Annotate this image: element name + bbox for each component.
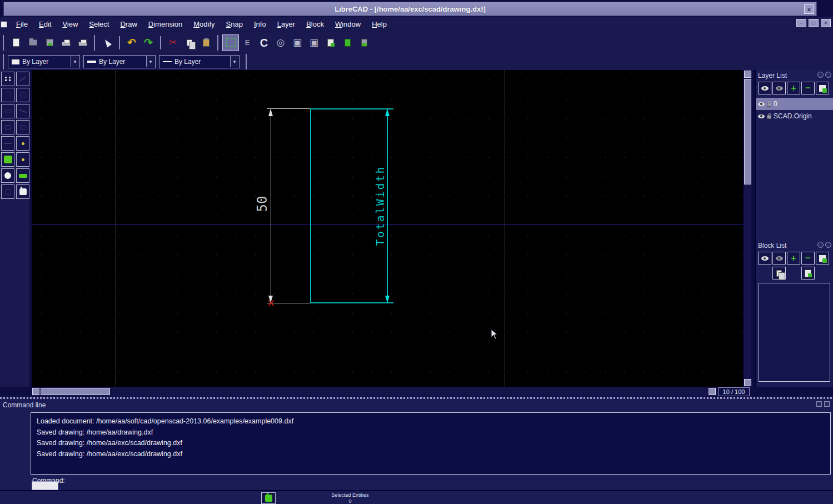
- scroll-up-icon[interactable]: [744, 71, 751, 78]
- width-select[interactable]: By Layer ▾: [83, 55, 156, 68]
- remove-layer-button[interactable]: −: [801, 82, 815, 94]
- chevron-down-icon[interactable]: ▾: [146, 56, 154, 67]
- defreeze-all-blocks-button[interactable]: [758, 252, 771, 265]
- hatch-tool-button[interactable]: [16, 136, 29, 151]
- drawing-canvas[interactable]: 50 TotalWidth: [32, 70, 743, 387]
- layer-lock-icon[interactable]: [767, 115, 771, 119]
- zoom-window-button[interactable]: ▣: [306, 34, 322, 51]
- mdi-child-icon[interactable]: [1, 21, 7, 28]
- undock-icon[interactable]: [817, 72, 824, 78]
- block-list-box[interactable]: [759, 283, 830, 382]
- freeze-all-blocks-button[interactable]: [772, 252, 786, 265]
- spline-tool-button[interactable]: [16, 104, 29, 118]
- vertical-scrollbar[interactable]: [743, 70, 751, 387]
- restore-icon[interactable]: □: [809, 19, 819, 27]
- edit-layer-button[interactable]: [816, 82, 829, 94]
- snap-tool-button[interactable]: [16, 152, 29, 167]
- select-pointer-button[interactable]: [99, 34, 116, 51]
- undo-button[interactable]: ↶: [123, 34, 140, 51]
- close-child-icon[interactable]: ×: [821, 19, 831, 27]
- paste-button[interactable]: [198, 34, 215, 51]
- add-block-button[interactable]: +: [787, 252, 800, 265]
- edit-block-button[interactable]: [816, 252, 829, 265]
- print-preview-button[interactable]: [74, 34, 91, 51]
- menu-draw[interactable]: Draw: [114, 18, 142, 31]
- dimension-tool-button[interactable]: [1, 136, 14, 151]
- save-button[interactable]: [41, 34, 58, 51]
- rect-top-edge[interactable]: [310, 108, 393, 109]
- menu-help[interactable]: Help: [366, 18, 392, 31]
- menu-edit[interactable]: Edit: [33, 18, 57, 31]
- rect-right-edge[interactable]: [387, 108, 388, 303]
- circle-fill-tool-button[interactable]: [1, 168, 14, 183]
- toolbar-handle[interactable]: [3, 35, 5, 51]
- close-panel-icon[interactable]: [825, 242, 831, 248]
- zoom-in-button[interactable]: ◎: [272, 34, 289, 51]
- toolbar-handle[interactable]: [246, 54, 248, 69]
- horizontal-scrollbar[interactable]: [32, 387, 717, 396]
- snap-hand-button[interactable]: [261, 492, 276, 504]
- remove-block-button[interactable]: −: [801, 252, 815, 265]
- close-panel-icon[interactable]: [824, 401, 830, 407]
- block-list-toggle-button[interactable]: [339, 34, 356, 51]
- menu-view[interactable]: View: [57, 18, 83, 31]
- layer-visible-icon[interactable]: [758, 102, 765, 106]
- menu-block[interactable]: Block: [301, 18, 330, 31]
- undock-icon[interactable]: [816, 401, 822, 407]
- toolbar-handle[interactable]: [94, 35, 96, 51]
- insert-block-button[interactable]: [801, 267, 815, 280]
- zoom-redraw-button[interactable]: E: [239, 34, 256, 51]
- text-tool-button[interactable]: [16, 120, 29, 134]
- chevron-down-icon[interactable]: ▾: [230, 56, 238, 67]
- command-input[interactable]: [32, 481, 58, 490]
- circle-tool-button[interactable]: [16, 88, 29, 102]
- defreeze-all-layers-button[interactable]: [758, 82, 771, 94]
- close-icon[interactable]: ×: [804, 4, 814, 14]
- redo-button[interactable]: ↷: [140, 34, 157, 51]
- layer-row-0[interactable]: 0: [756, 98, 833, 110]
- vertical-scroll-thumb[interactable]: [744, 79, 751, 184]
- add-layer-button[interactable]: +: [787, 82, 800, 94]
- layer-list-toggle-button[interactable]: [322, 34, 339, 51]
- scroll-left-icon[interactable]: [32, 388, 39, 395]
- rect-bottom-edge[interactable]: [310, 302, 393, 303]
- block-tool-button[interactable]: [16, 168, 29, 183]
- menu-file[interactable]: File: [11, 18, 33, 31]
- toolbar-handle[interactable]: [3, 54, 5, 69]
- menu-info[interactable]: Info: [248, 18, 272, 31]
- color-select[interactable]: By Layer ▾: [8, 55, 80, 68]
- new-file-button[interactable]: [8, 34, 24, 51]
- point-tool-button[interactable]: [1, 72, 14, 86]
- horizontal-scroll-thumb[interactable]: [41, 388, 110, 395]
- modify-tool-button[interactable]: [1, 184, 14, 199]
- menu-window[interactable]: Window: [330, 18, 366, 31]
- title-bar[interactable]: LibreCAD - [/home/aa/exc/scad/drawing.dx…: [3, 2, 817, 16]
- zoom-previous-button[interactable]: ▣: [289, 34, 306, 51]
- line-tool-button[interactable]: [16, 72, 29, 86]
- command-history[interactable]: Loaded document: /home/aa/soft/cad/opens…: [31, 412, 831, 475]
- minimize-icon[interactable]: −: [796, 19, 806, 27]
- menu-select[interactable]: Select: [83, 18, 114, 31]
- library-toggle-button[interactable]: [356, 34, 372, 51]
- menu-dimension[interactable]: Dimension: [143, 18, 188, 31]
- toolbar-handle[interactable]: [217, 35, 220, 51]
- rect-left-edge[interactable]: [310, 108, 311, 303]
- save-block-button[interactable]: [772, 267, 786, 280]
- copy-button[interactable]: [181, 34, 198, 51]
- zoom-auto-button[interactable]: C: [256, 34, 272, 51]
- open-file-button[interactable]: [24, 34, 41, 51]
- layer-row-scad-origin[interactable]: SCAD.Origin: [756, 110, 833, 122]
- close-panel-icon[interactable]: [825, 72, 831, 78]
- scroll-right-icon[interactable]: [709, 388, 716, 395]
- layer-lock-icon[interactable]: [767, 103, 771, 107]
- print-button[interactable]: [58, 34, 74, 51]
- layer-visible-icon[interactable]: [758, 114, 765, 118]
- polygon-tool-button[interactable]: [1, 152, 14, 167]
- menu-snap[interactable]: Snap: [221, 18, 248, 31]
- arc-tool-button[interactable]: [1, 88, 14, 102]
- undock-icon[interactable]: [817, 242, 824, 248]
- ellipse-tool-button[interactable]: [1, 104, 14, 118]
- linetype-select[interactable]: By Layer ▾: [159, 55, 240, 68]
- freeze-all-layers-button[interactable]: [772, 82, 786, 94]
- chevron-down-icon[interactable]: ▾: [71, 56, 79, 67]
